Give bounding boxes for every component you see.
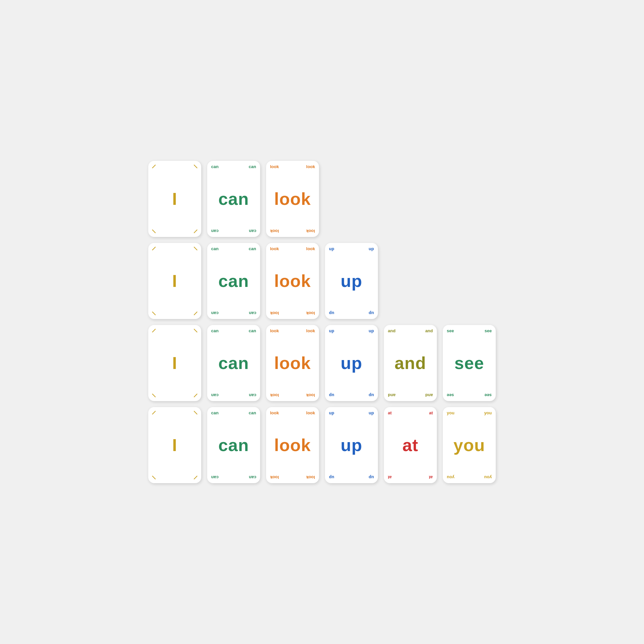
card-up-row1-col3: upupupupup xyxy=(325,243,378,319)
corner-bottom-right: up xyxy=(369,311,374,316)
corner-top-left: up xyxy=(329,328,334,333)
card-up-row3-col3: upupupupup xyxy=(325,407,378,483)
corner-top-left: look xyxy=(270,164,279,169)
corner-bottom-right: look xyxy=(306,229,315,234)
corner-top-left: up xyxy=(329,246,334,251)
corner-top-left: can xyxy=(211,164,218,169)
card-can-row0-col1: cancancancancan xyxy=(207,161,260,237)
corner-bottom-left: look xyxy=(270,475,279,480)
card-at-row3-col4: atatatatat xyxy=(384,407,437,483)
corner-top-right: look xyxy=(306,246,315,251)
card-I-row1-col0: I xyxy=(148,243,201,319)
corner-bottom-right: can xyxy=(249,393,256,398)
card-word-up: up xyxy=(341,271,362,291)
card-word-see: see xyxy=(454,353,484,373)
card-grid: IcancancancancanlooklooklooklooklookIcan… xyxy=(148,161,496,483)
card-word-you: you xyxy=(453,435,485,455)
corner-top-right: up xyxy=(369,328,374,333)
corner-bottom-right: up xyxy=(369,475,374,480)
corner-top-right: look xyxy=(306,410,315,415)
corner-bottom-left: see xyxy=(447,393,454,398)
corner-bottom-left: look xyxy=(270,229,279,234)
card-see-row2-col5: seeseeseeseesee xyxy=(443,325,496,401)
card-and-row2-col4: andandandandand xyxy=(384,325,437,401)
card-word-i: I xyxy=(172,435,177,455)
corner-top-right: up xyxy=(369,410,374,415)
corner-top-right: look xyxy=(306,328,315,333)
tick-tl xyxy=(152,411,156,414)
corner-bottom-left: at xyxy=(388,475,392,480)
corner-top-right: look xyxy=(306,164,315,169)
card-can-row2-col1: cancancancancan xyxy=(207,325,260,401)
corner-top-left: and xyxy=(388,328,395,333)
card-word-and: and xyxy=(394,353,426,373)
corner-bottom-right: up xyxy=(369,393,374,398)
tick-br xyxy=(194,229,197,233)
corner-bottom-left: can xyxy=(211,311,218,316)
card-can-row3-col1: cancancancancan xyxy=(207,407,260,483)
corner-bottom-left: look xyxy=(270,311,279,316)
card-I-row0-col0: I xyxy=(148,161,201,237)
corner-top-left: can xyxy=(211,246,218,251)
card-word-i: I xyxy=(172,353,177,373)
card-look-row2-col2: looklooklooklooklook xyxy=(266,325,319,401)
card-word-look: look xyxy=(274,271,311,291)
card-I-row2-col0: I xyxy=(148,325,201,401)
card-look-row0-col2: looklooklooklooklook xyxy=(266,161,319,237)
card-word-at: at xyxy=(402,435,418,455)
card-word-can: can xyxy=(218,353,249,373)
card-look-row1-col2: looklooklooklooklook xyxy=(266,243,319,319)
corner-bottom-left: up xyxy=(329,393,334,398)
tick-bl xyxy=(152,393,156,397)
card-word-look: look xyxy=(274,353,311,373)
corner-top-right: can xyxy=(249,164,256,169)
tick-bl xyxy=(152,476,156,479)
card-look-row3-col2: looklooklooklooklook xyxy=(266,407,319,483)
corner-bottom-left: look xyxy=(270,393,279,398)
card-word-look: look xyxy=(274,435,311,455)
card-word-up: up xyxy=(341,353,362,373)
corner-top-left: at xyxy=(388,410,392,415)
card-can-row1-col1: cancancancancan xyxy=(207,243,260,319)
corner-top-left: up xyxy=(329,410,334,415)
card-word-can: can xyxy=(218,271,249,291)
corner-top-right: can xyxy=(249,246,256,251)
corner-bottom-right: can xyxy=(249,311,256,316)
corner-bottom-left: up xyxy=(329,475,334,480)
corner-bottom-right: look xyxy=(306,393,315,398)
tick-tr xyxy=(194,247,197,250)
tick-tr xyxy=(194,164,197,168)
corner-bottom-right: can xyxy=(249,229,256,234)
corner-bottom-right: see xyxy=(484,393,492,398)
tick-tl xyxy=(152,329,156,332)
corner-top-left: look xyxy=(270,246,279,251)
corner-bottom-right: look xyxy=(306,475,315,480)
corner-top-right: and xyxy=(425,328,433,333)
card-I-row3-col0: I xyxy=(148,407,201,483)
card-word-look: look xyxy=(274,189,311,209)
corner-bottom-right: and xyxy=(425,393,433,398)
corner-bottom-left: can xyxy=(211,229,218,234)
card-word-can: can xyxy=(218,189,249,209)
tick-br xyxy=(194,393,197,397)
corner-top-right: at xyxy=(429,410,433,415)
corner-bottom-left: can xyxy=(211,475,218,480)
card-word-can: can xyxy=(218,435,249,455)
card-word-i: I xyxy=(172,271,177,291)
corner-top-right: up xyxy=(369,246,374,251)
corner-bottom-right: you xyxy=(484,475,492,480)
card-you-row3-col5: youyouyouyouyou xyxy=(443,407,496,483)
tick-tr xyxy=(194,329,197,332)
card-word-up: up xyxy=(341,435,362,455)
corner-bottom-left: up xyxy=(329,311,334,316)
card-up-row2-col3: upupupupup xyxy=(325,325,378,401)
corner-top-left: look xyxy=(270,410,279,415)
corner-top-right: can xyxy=(249,328,256,333)
corner-top-left: see xyxy=(447,328,454,333)
corner-top-left: you xyxy=(447,410,454,415)
tick-br xyxy=(194,476,197,479)
tick-br xyxy=(194,311,197,315)
corner-top-right: can xyxy=(249,410,256,415)
corner-bottom-left: and xyxy=(388,393,395,398)
corner-bottom-right: look xyxy=(306,311,315,316)
